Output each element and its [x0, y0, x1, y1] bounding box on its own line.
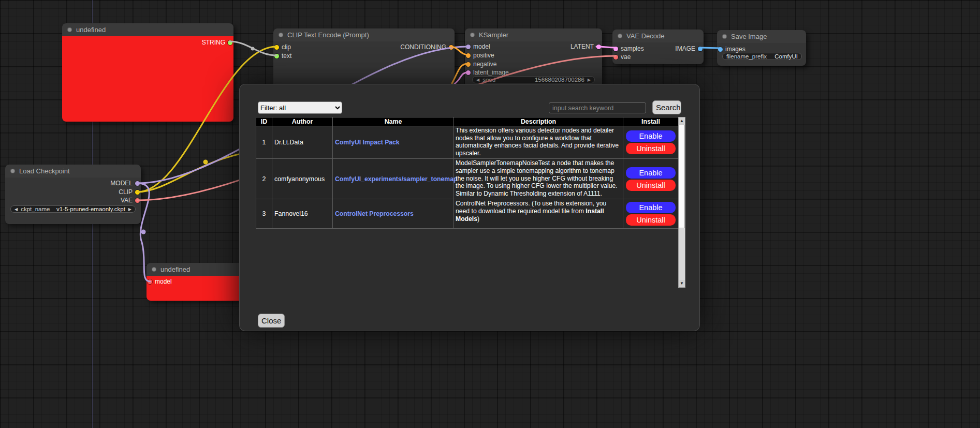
enable-button[interactable]: Enable — [626, 202, 676, 213]
input-label: clip — [282, 43, 291, 51]
cell-description: ControlNet Preprocessors. (To use this e… — [454, 199, 623, 229]
node-graph-canvas[interactable]: undefined STRING CLIP Text Encode (Promp… — [0, 0, 980, 428]
latent-image-input-pin[interactable] — [466, 70, 471, 75]
text-input-pin[interactable] — [274, 54, 279, 58]
model-input-pin[interactable] — [148, 279, 152, 284]
table-scrollbar[interactable]: ▲ ▼ — [678, 117, 685, 288]
node-header[interactable]: undefined — [147, 263, 245, 276]
enable-button[interactable]: Enable — [626, 130, 676, 142]
node-status-dot — [67, 27, 72, 32]
output-label: STRING — [202, 39, 225, 46]
samples-input-pin[interactable] — [613, 47, 618, 51]
close-button[interactable]: Close — [258, 314, 285, 328]
input-label: model — [473, 43, 490, 50]
image-output-pin[interactable] — [698, 47, 703, 51]
input-label: samples — [621, 45, 644, 52]
extension-link[interactable]: ComfyUI_experiments/sampler_tonemap — [335, 175, 457, 183]
prev-arrow-icon[interactable]: ◀ — [14, 207, 18, 212]
seed-widget[interactable]: ◀ seed 156680208700286 ▶ — [472, 76, 595, 83]
output-label: VAE — [121, 197, 133, 204]
positive-input-pin[interactable] — [466, 53, 471, 58]
node-status-dot — [470, 33, 475, 37]
filter-select[interactable]: Filter: all — [258, 101, 342, 114]
scroll-down-icon[interactable]: ▼ — [679, 280, 685, 287]
description-text: ) — [477, 215, 479, 223]
node-status-dot — [618, 34, 622, 38]
increment-arrow-icon[interactable]: ▶ — [588, 78, 591, 82]
node-body: samples vae IMAGE — [612, 42, 704, 64]
node-header[interactable]: Save Image — [717, 30, 806, 43]
scrollbar-thumb[interactable] — [679, 125, 685, 228]
clip-input-pin[interactable] — [274, 45, 279, 50]
input-slot-samples: samples — [613, 45, 644, 53]
extension-link[interactable]: ComfyUI Impact Pack — [335, 139, 400, 146]
node-undefined-bottom[interactable]: undefined model — [147, 263, 245, 301]
output-slot-model: MODEL — [110, 179, 140, 187]
node-body: model positive negative latent_image LAT… — [465, 41, 602, 89]
output-slot-conditioning: CONDITIONING — [400, 43, 454, 51]
node-load-checkpoint[interactable]: Load Checkpoint MODEL CLIP VAE ◀ ckpt_na… — [5, 165, 141, 224]
node-undefined-top[interactable]: undefined STRING — [62, 23, 233, 122]
col-header-install: Install — [623, 117, 679, 126]
enable-button[interactable]: Enable — [626, 167, 676, 179]
node-body: STRING — [62, 36, 233, 122]
uninstall-button[interactable]: Uninstall — [626, 143, 676, 154]
input-label: positive — [473, 52, 494, 59]
table-row: 2 comfyanonymous ComfyUI_experiments/sam… — [256, 159, 679, 199]
widget-label: ckpt_name — [21, 206, 50, 212]
uninstall-button[interactable]: Uninstall — [626, 214, 676, 226]
conditioning-output-pin[interactable] — [449, 45, 454, 50]
latent-output-pin[interactable] — [596, 45, 601, 49]
node-header[interactable]: Load Checkpoint — [5, 165, 141, 178]
output-label: IMAGE — [675, 45, 695, 52]
ckpt-name-widget[interactable]: ◀ ckpt_name v1-5-pruned-emaonly.ckpt ▶ — [10, 205, 136, 213]
next-arrow-icon[interactable]: ▶ — [128, 207, 131, 212]
output-slot-clip: CLIP — [119, 188, 140, 196]
output-label: MODEL — [110, 180, 133, 187]
node-body: model — [147, 276, 245, 301]
input-slot-images: images — [718, 45, 745, 53]
search-button[interactable]: Search — [652, 100, 681, 114]
node-vae-decode[interactable]: VAE Decode samples vae IMAGE — [612, 29, 704, 64]
cell-author: Dr.Lt.Data — [272, 126, 333, 159]
node-save-image[interactable]: Save Image images filename_prefix ComfyU… — [717, 30, 806, 66]
vae-input-pin[interactable] — [613, 55, 618, 60]
scroll-up-icon[interactable]: ▲ — [679, 117, 685, 125]
node-title: VAE Decode — [626, 32, 664, 40]
decrement-arrow-icon[interactable]: ◀ — [476, 78, 479, 82]
extension-link[interactable]: ControlNet Preprocessors — [335, 210, 414, 217]
cell-description: ModelSamplerTonemapNoiseTest a node that… — [454, 159, 623, 199]
col-header-description: Description — [454, 117, 623, 126]
col-header-name: Name — [333, 117, 454, 126]
model-input-pin[interactable] — [466, 45, 471, 49]
vae-output-pin[interactable] — [135, 198, 140, 203]
node-title: undefined — [160, 265, 190, 273]
node-header[interactable]: CLIP Text Encode (Prompt) — [273, 28, 455, 41]
widget-value: v1-5-pruned-emaonly.ckpt — [56, 206, 125, 212]
node-header[interactable]: VAE Decode — [612, 29, 704, 42]
node-header[interactable]: KSampler — [465, 28, 602, 41]
string-output-pin[interactable] — [228, 40, 232, 45]
link-midpoint-dot — [141, 230, 146, 234]
input-slot-vae: vae — [613, 53, 631, 61]
cell-id: 2 — [256, 159, 272, 199]
uninstall-button[interactable]: Uninstall — [626, 180, 676, 191]
wire-string-to-text — [229, 41, 276, 55]
node-ksampler[interactable]: KSampler model positive negative latent_… — [465, 28, 602, 89]
link-midpoint-dot — [203, 160, 208, 165]
output-slot-latent: LATENT — [571, 42, 601, 51]
search-input[interactable] — [549, 102, 646, 113]
model-output-pin[interactable] — [135, 181, 140, 186]
seed-widget-value: 156680208700286 — [535, 77, 584, 83]
images-input-pin[interactable] — [718, 47, 723, 52]
node-header[interactable]: undefined — [62, 23, 233, 36]
output-label: CONDITIONING — [400, 43, 446, 51]
negative-input-pin[interactable] — [466, 62, 471, 67]
description-text: ControlNet Preprocessors. (To use this e… — [456, 200, 606, 215]
node-status-dot — [10, 169, 15, 173]
table-row: 1 Dr.Lt.Data ComfyUI Impact Pack This ex… — [256, 126, 679, 159]
input-slot-clip: clip — [274, 43, 291, 51]
widget-value: ComfyUI — [774, 53, 798, 60]
filename-prefix-widget[interactable]: filename_prefix ComfyUI — [722, 53, 802, 60]
clip-output-pin[interactable] — [135, 190, 140, 195]
